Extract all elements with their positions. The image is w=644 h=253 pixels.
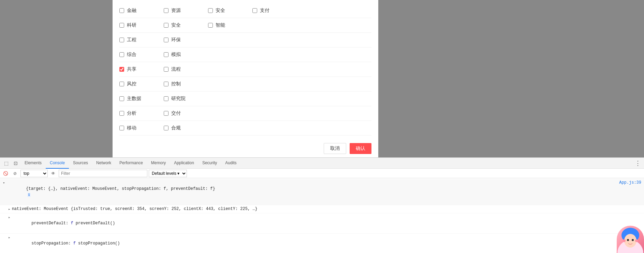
checkbox-jiaofurow8[interactable] (164, 111, 169, 116)
console-line-1: ▾ {target: {…}, nativeEvent: MouseEvent,… (0, 179, 644, 205)
checkbox-row: 综合 模拟 (119, 47, 371, 62)
label-yidong: 移动 (127, 125, 136, 131)
checkbox-ziyuan[interactable] (164, 8, 169, 13)
checkbox-gongcheng[interactable] (119, 38, 124, 42)
right-panel (378, 0, 644, 157)
more-tabs-button[interactable]: ⋮ (633, 158, 643, 168)
checkbox-row: 风控 控制 (119, 77, 371, 92)
console-source-link-1[interactable]: App.js:39 (619, 180, 641, 186)
checkbox-gongxiang[interactable] (119, 67, 124, 72)
checkbox-cell: 工程 (119, 37, 164, 43)
checkbox-cell: 资源 (164, 8, 208, 14)
label-fenxi: 分析 (127, 110, 136, 116)
label-huanbao: 环保 (171, 37, 181, 43)
checkbox-cell: 安全 (164, 22, 208, 28)
checkbox-cell: 流程 (164, 66, 208, 72)
checkbox-zongh[interactable] (119, 52, 124, 57)
expand-arrow-1[interactable]: ▾ (3, 180, 5, 186)
checkbox-cell: 共享 (119, 66, 164, 72)
expand-arrow-4[interactable]: ▸ (8, 235, 11, 241)
checkbox-cell: 分析 (119, 110, 164, 116)
checkbox-moni[interactable] (164, 52, 169, 57)
checkbox-cell: 控制 (164, 81, 208, 87)
checkbox-yidong[interactable] (119, 126, 124, 130)
levels-selector[interactable]: Default levels ▾ (149, 170, 187, 177)
checkbox-yanjiuyuan[interactable] (164, 96, 169, 101)
checkbox-fengkong[interactable] (119, 82, 124, 86)
checkbox-cell: 交付 (164, 110, 208, 116)
checkbox-zhineng[interactable] (208, 23, 213, 28)
tab-console[interactable]: Console (46, 158, 69, 169)
checkbox-anquan2[interactable] (164, 23, 169, 28)
content-panel: 金融 资源 安全 支付 科研 (113, 0, 378, 157)
checkbox-cell: 环保 (164, 37, 208, 43)
checkbox-zhushuju[interactable] (119, 96, 124, 101)
checkbox-liucheng[interactable] (164, 67, 169, 72)
expand-arrow-3[interactable]: ▸ (8, 215, 11, 221)
checkbox-grid: 金融 资源 安全 支付 科研 (113, 0, 378, 139)
label-hegui: 合规 (171, 125, 181, 131)
console-text-3: preventDefault: f preventDefault() (12, 214, 641, 233)
tab-network[interactable]: Network (92, 158, 115, 169)
svg-point-5 (623, 239, 626, 242)
label-zhineng: 智能 (216, 22, 225, 28)
expand-arrow-2[interactable]: ▸ (8, 207, 11, 212)
checkbox-cell: 安全 (208, 8, 252, 14)
confirm-button[interactable]: 确认 (350, 143, 371, 154)
tab-memory[interactable]: Memory (147, 158, 170, 169)
checkbox-row: 移动 合规 (119, 121, 371, 136)
console-text-4: stopPropagation: f stopPropagation() (12, 234, 641, 253)
checkbox-cell: 研究院 (164, 96, 208, 102)
device-toolbar-button[interactable]: ⊡ (11, 158, 20, 168)
checkbox-cell: 主数据 (119, 96, 164, 102)
main-area: 金融 资源 安全 支付 科研 (0, 0, 644, 157)
console-text-2: nativeEvent: MouseEvent {isTrusted: true… (12, 206, 641, 212)
label-yanjiuyuan: 研究院 (171, 96, 186, 102)
console-output: ▾ {target: {…}, nativeEvent: MouseEvent,… (0, 178, 644, 253)
checkbox-row: 共享 流程 (119, 62, 371, 77)
tab-performance[interactable]: Performance (115, 158, 147, 169)
context-selector[interactable]: top (20, 170, 48, 177)
checkbox-anquan1[interactable] (208, 8, 213, 13)
label-gongcheng: 工程 (127, 37, 136, 43)
tab-elements[interactable]: Elements (20, 158, 46, 169)
label-moni: 模拟 (171, 52, 181, 58)
label-zongh: 综合 (127, 52, 136, 58)
info-icon[interactable]: ℹ (27, 193, 31, 197)
console-toolbar: 🚫 ⊘ top 👁 Default levels ▾ (0, 169, 644, 178)
clear-console-button[interactable]: 🚫 (1, 169, 10, 178)
checkbox-row: 主数据 研究院 (119, 92, 371, 106)
svg-point-4 (632, 239, 634, 241)
label-ziyuan: 资源 (171, 8, 181, 14)
checkbox-cell: 综合 (119, 52, 164, 58)
label-keyan: 科研 (127, 22, 136, 28)
checkbox-jinjing[interactable] (119, 8, 124, 13)
console-filter-input[interactable] (59, 170, 147, 177)
checkbox-zhifu[interactable] (252, 8, 257, 13)
label-gongxiang: 共享 (127, 66, 136, 72)
label-fengkong: 风控 (127, 81, 136, 87)
label-zhushuju: 主数据 (127, 96, 141, 102)
tab-audits[interactable]: Audits (221, 158, 240, 169)
checkbox-fenxi[interactable] (119, 111, 124, 116)
checkbox-cell: 模拟 (164, 52, 208, 58)
console-line-3: ▸ preventDefault: f preventDefault() (0, 213, 644, 234)
eye-button[interactable]: 👁 (49, 169, 57, 178)
svg-point-6 (635, 239, 638, 242)
checkbox-keyan[interactable] (119, 23, 124, 28)
avatar-container (617, 226, 644, 253)
checkbox-huanbao[interactable] (164, 38, 169, 42)
svg-point-2 (624, 234, 636, 248)
cancel-button[interactable]: 取消 (324, 143, 346, 154)
console-line-4: ▸ stopPropagation: f stopPropagation() (0, 234, 644, 253)
filter-toggle-button[interactable]: ⊘ (11, 169, 19, 178)
label-kongzhi: 控制 (171, 81, 181, 87)
console-line-2: ▸ nativeEvent: MouseEvent {isTrusted: tr… (0, 205, 644, 213)
inspect-element-button[interactable]: ⬚ (1, 158, 11, 168)
checkbox-cell: 金融 (119, 8, 164, 14)
tab-sources[interactable]: Sources (69, 158, 92, 169)
tab-security[interactable]: Security (198, 158, 221, 169)
checkbox-kongzhi[interactable] (164, 82, 169, 86)
tab-application[interactable]: Application (170, 158, 198, 169)
checkbox-hegui[interactable] (164, 126, 169, 130)
